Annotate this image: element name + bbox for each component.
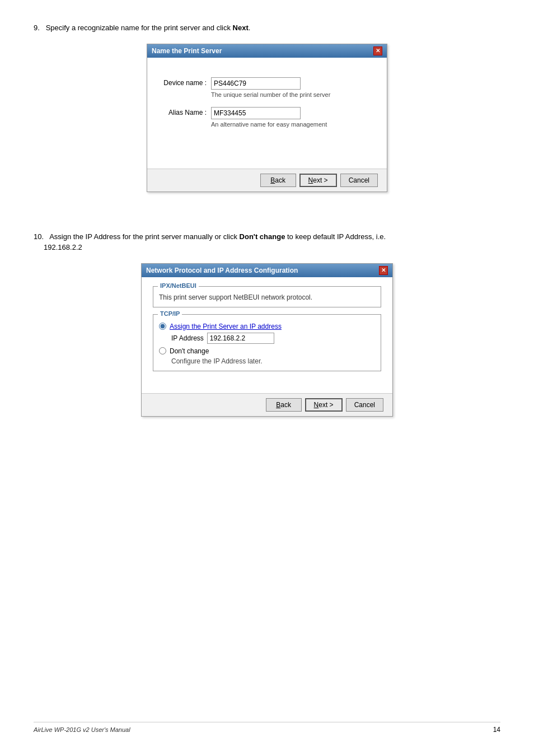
alias-name-hint: An alternative name for easy management [211,121,327,128]
back-button-2[interactable]: Back [266,398,302,412]
device-name-label: Device name : [161,77,211,87]
next-button-2[interactable]: Next > [305,398,343,412]
ip-address-label: IP Address [171,334,204,342]
dialog-title-1: Name the Print Server [152,47,222,55]
step9-instruction: 9. Specify a recognizable name for the p… [34,22,500,34]
ip-address-input[interactable] [207,333,274,344]
alias-name-label: Alias Name : [161,107,211,116]
dialog-title-2: Network Protocol and IP Address Configur… [146,267,298,274]
ipx-group-label: IPX/NetBEUI [158,282,199,289]
alias-name-col: An alternative name for easy management [211,107,327,134]
ipx-group: IPX/NetBEUI This print server support Ne… [153,286,381,307]
dialog-body-2: IPX/NetBEUI This print server support Ne… [142,277,392,393]
alias-name-row: Alias Name : An alternative name for eas… [161,107,373,134]
alias-name-input[interactable] [211,107,301,119]
page-number: 14 [493,726,500,734]
dialog-footer-2: Back Next > Cancel [142,393,392,416]
radio-nochange[interactable] [159,347,166,354]
back-button-1[interactable]: Back [260,174,296,187]
close-button-1[interactable]: ✕ [373,46,382,55]
next-button-1[interactable]: Next > [299,174,337,187]
device-name-input[interactable] [211,77,301,90]
device-name-row: Device name : The unique serial number o… [161,77,373,105]
device-name-col: The unique serial number of the print se… [211,77,330,105]
network-protocol-dialog: Network Protocol and IP Address Configur… [141,263,393,417]
footer-manual-name: AirLive WP-201G v2 User's Manual [34,726,130,733]
tcp-group-label: TCP/IP [158,310,182,317]
radio-nochange-hint: Configure the IP Address later. [171,357,375,365]
tcp-group: TCP/IP Assign the Print Server an IP add… [153,314,381,371]
dialog-body-1: Device name : The unique serial number o… [147,58,387,169]
step10-instruction: 10. Assign the IP Address for the print … [34,231,500,253]
device-name-hint: The unique serial number of the print se… [211,91,330,98]
radio-assign[interactable] [159,323,166,330]
ipx-text: This print server support NetBEUI networ… [159,293,375,301]
radio-assign-label[interactable]: Assign the Print Server an IP address [170,323,282,330]
radio-nochange-row: Don't change [159,347,375,355]
dialog-titlebar-1: Name the Print Server ✕ [147,44,387,58]
ip-address-row: IP Address [171,333,375,344]
dialog-footer-1: Back Next > Cancel [147,169,387,192]
cancel-button-2[interactable]: Cancel [346,398,383,412]
radio-nochange-label: Don't change [170,347,209,355]
close-button-2[interactable]: ✕ [379,266,388,275]
radio-assign-row: Assign the Print Server an IP address [159,323,375,330]
cancel-button-1[interactable]: Cancel [340,174,378,187]
name-print-server-dialog: Name the Print Server ✕ Device name : Th… [147,44,387,192]
dialog-titlebar-2: Network Protocol and IP Address Configur… [142,264,392,277]
